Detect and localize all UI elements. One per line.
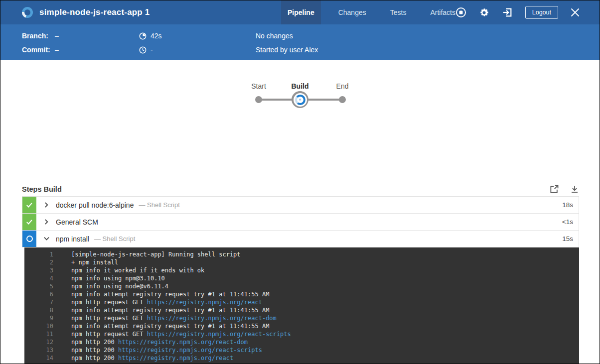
log-line-text: npm http 200 https://registry.npmjs.org/… [71, 354, 233, 362]
log-line-link[interactable]: https://registry.npmjs.org/react [118, 355, 233, 362]
log-line-text: npm info it worked if it ends with ok [71, 266, 204, 274]
changes-column: No changes Started by user Alex [256, 29, 318, 57]
log-line: 8 npm info attempt registry request try … [24, 306, 579, 314]
close-icon[interactable] [571, 8, 580, 17]
logout-button[interactable]: Logout [525, 6, 558, 19]
run-header: Branch: – Commit: – 42s - N [0, 24, 600, 60]
branch-commit-column: Branch: – Commit: – [22, 29, 59, 57]
graph-node-end[interactable] [339, 96, 346, 103]
graph-label-build: Build [292, 82, 309, 90]
log-line: 5 npm info using node@v6.11.4 [24, 282, 579, 290]
step-type: — Shell Script [139, 201, 179, 209]
log-line-text: npm http request GET https://registry.np… [71, 298, 262, 306]
run-title: simple-node-js-react-app 1 [39, 7, 150, 17]
log-line-number: 11 [24, 330, 53, 338]
log-line: 13 npm http 200 https://registry.npmjs.o… [24, 346, 579, 354]
tab-pipeline[interactable]: Pipeline [281, 0, 321, 24]
top-bar: simple-node-js-react-app 1 Pipeline Chan… [0, 0, 600, 24]
log-line-number: 13 [24, 346, 53, 354]
log-line-link[interactable]: https://registry.npmjs.org/react-dom [118, 339, 248, 346]
steps-section: Steps Build docker pull node:6-alpine — … [22, 182, 579, 364]
step-name: docker pull node:6-alpine [56, 201, 134, 209]
graph-node-build-running[interactable] [292, 91, 308, 108]
log-line: 3 npm info it worked if it ends with ok [24, 266, 579, 274]
log-line-number: 8 [24, 306, 53, 314]
steps-title: Steps Build [22, 185, 62, 193]
log-line-number: 10 [24, 322, 53, 330]
started-by-text: Started by user Alex [256, 46, 318, 54]
check-icon [26, 202, 33, 209]
graph-label-start: Start [251, 82, 266, 90]
stop-build-icon[interactable] [455, 7, 466, 18]
chevron-icon[interactable] [44, 219, 49, 225]
timer-icon [139, 32, 147, 40]
exit-to-classic-icon[interactable] [502, 7, 513, 18]
log-line-number: 1 [24, 250, 53, 258]
pipeline-graph: Start Build End [254, 80, 348, 110]
step-row[interactable]: General SCM <1s [22, 214, 579, 231]
tab-changes[interactable]: Changes [332, 0, 373, 24]
tab-tests[interactable]: Tests [384, 0, 413, 24]
steps-header: Steps Build [22, 182, 579, 196]
log-line-text: npm http 200 https://registry.npmjs.org/… [71, 346, 262, 354]
log-line: 7 npm http request GET https://registry.… [24, 298, 579, 306]
log-line: 2 + npm install [24, 258, 579, 266]
commit-value: – [55, 46, 59, 54]
chevron-icon[interactable] [44, 236, 49, 242]
log-line-number: 9 [24, 314, 53, 322]
download-icon[interactable] [570, 185, 579, 194]
log-line-link[interactable]: https://registry.npmjs.org/react-scripts [118, 347, 262, 354]
log-line-text: npm http request GET https://registry.np… [71, 330, 291, 338]
progress-spinner-icon [295, 95, 305, 105]
step-name: General SCM [56, 218, 98, 226]
clock-icon [139, 46, 147, 54]
graph-label-end: End [336, 82, 349, 90]
chevron-icon[interactable] [44, 202, 49, 208]
console-log: 1 [simple-node-js-react-app] Running she… [24, 247, 579, 364]
branch-label: Branch: [22, 32, 53, 40]
log-line-number: 5 [24, 282, 53, 290]
gear-icon[interactable] [479, 7, 489, 18]
step-row[interactable]: npm install — Shell Script 15s [22, 231, 579, 247]
graph-node-start[interactable] [255, 96, 262, 103]
log-line-link[interactable]: https://registry.npmjs.org/react-scripts [147, 331, 291, 338]
running-circle-icon [26, 236, 33, 242]
log-line: 11 npm http request GET https://registry… [24, 330, 579, 338]
log-line: 9 npm http request GET https://registry.… [24, 314, 579, 322]
duration-value: 42s [150, 32, 162, 40]
log-line: 10 npm info attempt registry request try… [24, 322, 579, 330]
log-line-text: + npm install [71, 258, 118, 266]
step-row[interactable]: docker pull node:6-alpine — Shell Script… [22, 197, 579, 214]
step-duration: 18s [562, 201, 573, 209]
log-line-number: 14 [24, 354, 53, 362]
log-line-text: npm http request GET https://registry.np… [71, 314, 277, 322]
step-status-badge [22, 197, 36, 213]
blue-ocean-pipeline-screen: simple-node-js-react-app 1 Pipeline Chan… [0, 0, 600, 364]
changes-text: No changes [256, 32, 293, 40]
end-time-value: - [150, 46, 153, 54]
log-line: 6 npm info attempt registry request try … [24, 290, 579, 298]
log-line-text: npm http 200 https://registry.npmjs.org/… [71, 338, 248, 346]
log-line-text: npm info attempt registry request try #1… [71, 322, 269, 330]
log-line-number: 4 [24, 274, 53, 282]
log-line: 4 npm info using npm@3.10.10 [24, 274, 579, 282]
steps-table: docker pull node:6-alpine — Shell Script… [22, 196, 579, 247]
log-line-link[interactable]: https://registry.npmjs.org/react [147, 299, 262, 306]
check-icon [26, 219, 33, 226]
step-duration: 15s [562, 235, 573, 243]
log-line-number: 3 [24, 266, 53, 274]
log-line-text: npm info attempt registry request try #1… [71, 306, 269, 314]
log-line-text: [simple-node-js-react-app] Running shell… [71, 250, 241, 258]
log-line-text: npm info attempt registry request try #1… [71, 290, 269, 298]
log-line: 14 npm http 200 https://registry.npmjs.o… [24, 354, 579, 362]
log-line: 12 npm http 200 https://registry.npmjs.o… [24, 338, 579, 346]
header-actions: Logout [455, 0, 580, 24]
brand: simple-node-js-react-app 1 [0, 7, 150, 18]
blue-ocean-logo-icon [22, 7, 33, 18]
log-line: 1 [simple-node-js-react-app] Running she… [24, 250, 579, 258]
commit-label: Commit: [22, 46, 53, 54]
log-line-link[interactable]: https://registry.npmjs.org/react-dom [147, 315, 277, 322]
times-column: 42s - [139, 29, 162, 57]
header-tabs: Pipeline Changes Tests Artifacts [281, 0, 462, 24]
open-external-icon[interactable] [549, 184, 559, 194]
